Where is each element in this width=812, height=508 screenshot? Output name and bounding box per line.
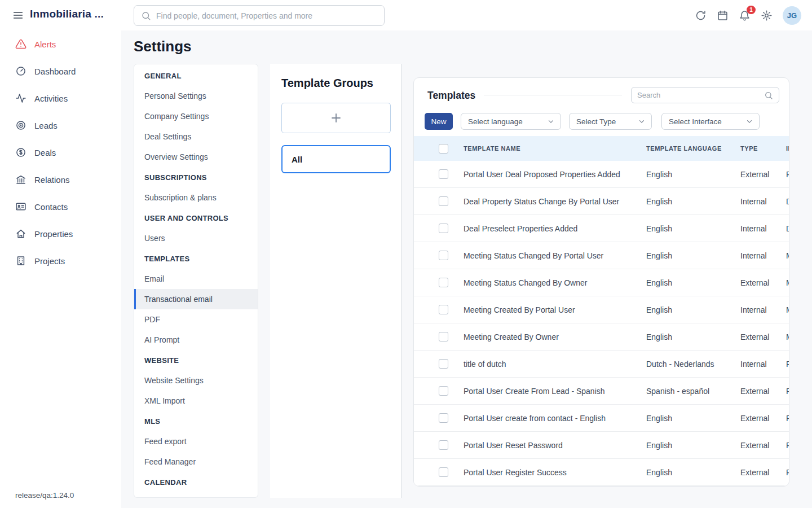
- dollar-icon: [15, 147, 27, 158]
- header-checkbox-cell: [414, 144, 464, 154]
- row-checkbox[interactable]: [439, 169, 448, 179]
- filter-select-type[interactable]: Select Type: [569, 113, 652, 130]
- row-checkbox[interactable]: [439, 332, 448, 341]
- cell-template-language: English: [646, 441, 740, 450]
- sidebar-item-dashboard[interactable]: Dashboard: [0, 58, 121, 85]
- cell-interface: D: [786, 197, 789, 206]
- templates-search[interactable]: [631, 87, 779, 103]
- settings-nav-item[interactable]: Company Settings: [134, 106, 258, 126]
- settings-nav-item[interactable]: Subscription & plans: [134, 187, 258, 208]
- sidebar-item-contacts[interactable]: Contacts: [0, 193, 121, 220]
- cell-template-language: English: [646, 305, 740, 314]
- row-checkbox[interactable]: [439, 196, 448, 206]
- cell-interface: M: [786, 305, 789, 314]
- table-row[interactable]: Deal Property Status Change By Portal Us…: [414, 188, 789, 215]
- content-area: Settings GENERALPersonal SettingsCompany…: [121, 30, 812, 508]
- row-checkbox[interactable]: [439, 440, 448, 450]
- cell-template-language: English: [646, 170, 740, 179]
- templates-search-input[interactable]: [637, 91, 760, 99]
- settings-nav-item[interactable]: AI Prompt: [134, 330, 258, 350]
- filter-select-interface[interactable]: Select Interface: [661, 113, 760, 130]
- cell-interface: M: [786, 332, 789, 341]
- table-row[interactable]: Meeting Status Changed By Portal UserEng…: [414, 242, 789, 269]
- cell-template-language: English: [646, 414, 740, 423]
- table-row[interactable]: Meeting Status Changed By OwnerEnglishEx…: [414, 269, 789, 296]
- sidebar-item-leads[interactable]: Leads: [0, 112, 121, 139]
- row-checkbox[interactable]: [439, 467, 448, 477]
- settings-section-header: CALENDAR: [134, 472, 258, 492]
- settings-nav-item[interactable]: Feed export: [134, 431, 258, 452]
- settings-nav-list: GENERALPersonal SettingsCompany Settings…: [134, 65, 258, 492]
- sidebar-item-alerts[interactable]: Alerts: [0, 30, 121, 58]
- chevron-down-icon: [547, 117, 555, 125]
- table-row[interactable]: Portal User Reset PasswordEnglishExterna…: [414, 432, 789, 459]
- table-body: Portal User Deal Proposed Properties Add…: [414, 161, 789, 486]
- avatar[interactable]: JG: [783, 6, 801, 25]
- table-row[interactable]: Meeting Created By OwnerEnglishExternalM: [414, 323, 789, 351]
- settings-nav-item[interactable]: Overview Settings: [134, 147, 258, 167]
- cell-type: External: [740, 468, 786, 477]
- settings-nav-item[interactable]: Users: [134, 228, 258, 248]
- table-row[interactable]: Meeting Created By Portal UserEnglishInt…: [414, 296, 789, 323]
- global-search[interactable]: [134, 5, 385, 26]
- page-title: Settings: [134, 38, 192, 55]
- notifications-button[interactable]: 1: [739, 10, 751, 21]
- cell-template-name: Portal User Create From Lead - Spanish: [464, 387, 646, 396]
- sidebar-item-label: Relations: [34, 175, 70, 185]
- settings-nav-item[interactable]: Feed Manager: [134, 452, 258, 472]
- table-row[interactable]: Portal User Create From Lead - SpanishSp…: [414, 378, 789, 405]
- table-row[interactable]: title of dutchDutch - NederlandsInternal…: [414, 351, 789, 378]
- table-row[interactable]: Portal User Deal Proposed Properties Add…: [414, 161, 789, 188]
- table-row[interactable]: Portal User create from contact - Englis…: [414, 405, 789, 432]
- gear-icon[interactable]: [761, 10, 773, 21]
- cell-type: External: [740, 332, 786, 341]
- plus-icon: [329, 111, 343, 125]
- id-card-icon: [15, 201, 27, 212]
- table-row[interactable]: Portal User Register SuccessEnglishExter…: [414, 459, 789, 486]
- settings-nav-item[interactable]: Deal Settings: [134, 126, 258, 147]
- settings-nav-item[interactable]: Website Settings: [134, 370, 258, 391]
- filters-row: Select languageSelect TypeSelect Interfa…: [414, 113, 789, 130]
- add-template-group-button[interactable]: [281, 103, 391, 133]
- settings-nav-item[interactable]: XML Import: [134, 391, 258, 411]
- settings-nav-item[interactable]: Personal Settings: [134, 86, 258, 106]
- cell-type: External: [740, 414, 786, 423]
- cell-type: External: [740, 278, 786, 287]
- calendar-icon[interactable]: [717, 10, 729, 21]
- sidebar-item-label: Activities: [34, 94, 68, 103]
- settings-nav-item[interactable]: PDF: [134, 309, 258, 330]
- row-checkbox[interactable]: [439, 386, 448, 396]
- row-checkbox[interactable]: [439, 278, 448, 287]
- divider: [484, 95, 622, 95]
- row-checkbox[interactable]: [439, 305, 448, 314]
- settings-nav-panel: GENERALPersonal SettingsCompany Settings…: [134, 64, 258, 498]
- sidebar-item-activities[interactable]: Activities: [0, 85, 121, 112]
- table-row[interactable]: Deal Preselect Properties AddedEnglishIn…: [414, 215, 789, 242]
- cell-interface: P: [786, 170, 789, 179]
- row-checkbox[interactable]: [439, 359, 448, 369]
- template-group-all[interactable]: All: [281, 145, 391, 173]
- row-checkbox[interactable]: [439, 224, 448, 233]
- row-checkbox[interactable]: [439, 251, 448, 260]
- filter-select-language[interactable]: Select language: [461, 113, 561, 130]
- sidebar-item-properties[interactable]: Properties: [0, 220, 121, 247]
- sidebar-item-label: Deals: [34, 148, 56, 157]
- settings-nav-item[interactable]: Transactional email: [134, 289, 258, 309]
- cell-template-name: Deal Preselect Properties Added: [464, 224, 646, 233]
- settings-nav-item[interactable]: Email: [134, 269, 258, 289]
- cell-template-name: Portal User Register Success: [464, 468, 646, 477]
- menu-icon[interactable]: [12, 9, 24, 21]
- sidebar-item-deals[interactable]: Deals: [0, 139, 121, 166]
- cell-type: Internal: [740, 224, 786, 233]
- sidebar-item-relations[interactable]: Relations: [0, 166, 121, 193]
- global-search-input[interactable]: [156, 11, 377, 20]
- sidebar-item-projects[interactable]: Projects: [0, 247, 121, 274]
- row-checkbox[interactable]: [439, 413, 448, 423]
- dropdown-label: Select language: [468, 117, 523, 126]
- select-all-checkbox[interactable]: [439, 144, 448, 154]
- cell-template-name: Portal User create from contact - Englis…: [464, 414, 646, 423]
- cell-type: External: [740, 441, 786, 450]
- settings-section-header: USER AND CONTROLS: [134, 208, 258, 228]
- sidebar-item-label: Properties: [34, 229, 73, 239]
- refresh-icon[interactable]: [695, 10, 707, 21]
